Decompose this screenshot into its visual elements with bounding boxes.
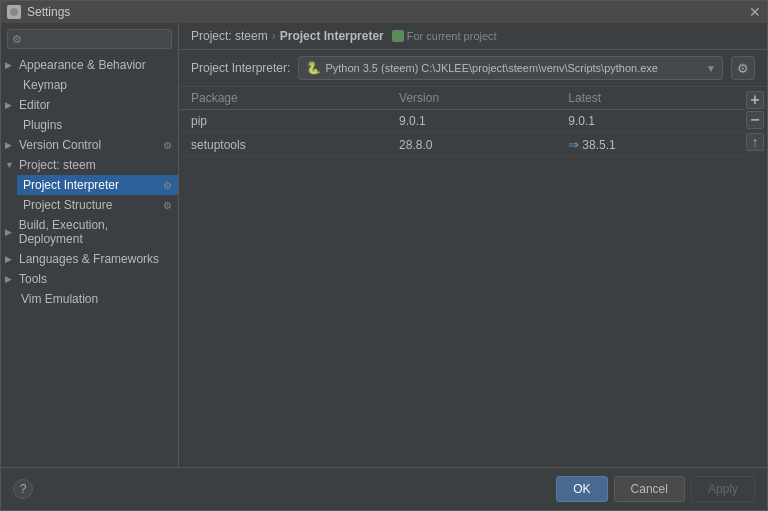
packages-table: Package Version Latest pip 9.0.1 9.0.1 bbox=[179, 87, 745, 467]
sidebar-item-tools[interactable]: Tools bbox=[1, 269, 178, 289]
breadcrumb-note-text: For current project bbox=[407, 30, 497, 42]
sidebar-item-label: Tools bbox=[19, 272, 47, 286]
sidebar-item-project-steem[interactable]: Project: steem bbox=[1, 155, 178, 175]
search-box[interactable]: ⚙ bbox=[7, 29, 172, 49]
chevron-icon bbox=[5, 274, 17, 284]
help-button[interactable]: ? bbox=[13, 479, 33, 499]
interpreter-settings-button[interactable]: ⚙ bbox=[731, 56, 755, 80]
sidebar-item-label: Plugins bbox=[23, 118, 62, 132]
sidebar-item-label: Project Structure bbox=[23, 198, 112, 212]
settings-icon: ⚙ bbox=[163, 180, 172, 191]
interpreter-path: Python 3.5 (steem) C:\JKLEE\project\stee… bbox=[325, 62, 702, 74]
main-content: Project: steem › Project Interpreter For… bbox=[179, 23, 767, 467]
package-version: 28.8.0 bbox=[387, 133, 556, 157]
package-name: pip bbox=[179, 110, 387, 133]
sidebar-item-label: Project: steem bbox=[19, 158, 96, 172]
search-input[interactable] bbox=[25, 32, 167, 46]
settings-icon: ⚙ bbox=[163, 140, 172, 151]
sidebar-item-label: Project Interpreter bbox=[23, 178, 119, 192]
settings-window: Settings ✕ ⚙ Appearance & Behavior Keyma… bbox=[0, 0, 768, 511]
svg-point-0 bbox=[10, 8, 18, 16]
col-package: Package bbox=[179, 87, 387, 110]
breadcrumb-current: Project Interpreter bbox=[280, 29, 384, 43]
settings-icon: ⚙ bbox=[163, 200, 172, 211]
breadcrumb-project: Project: steem bbox=[191, 29, 268, 43]
chevron-icon bbox=[5, 140, 17, 150]
interpreter-bar: Project Interpreter: 🐍 Python 3.5 (steem… bbox=[179, 50, 767, 87]
package-name: setuptools bbox=[179, 133, 387, 157]
package-version: 9.0.1 bbox=[387, 110, 556, 133]
sidebar-item-label: Version Control bbox=[19, 138, 101, 152]
sidebar-item-label: Editor bbox=[19, 98, 50, 112]
chevron-icon bbox=[5, 160, 17, 170]
sidebar-item-label: Languages & Frameworks bbox=[19, 252, 159, 266]
scope-icon bbox=[392, 30, 404, 42]
search-icon: ⚙ bbox=[12, 33, 22, 46]
cancel-button[interactable]: Cancel bbox=[614, 476, 685, 502]
package-latest: 9.0.1 bbox=[556, 110, 745, 133]
sidebar-item-label: Keymap bbox=[23, 78, 67, 92]
sidebar-item-editor[interactable]: Editor bbox=[1, 95, 178, 115]
footer: ? OK Cancel Apply bbox=[1, 467, 767, 510]
table-row[interactable]: pip 9.0.1 9.0.1 bbox=[179, 110, 745, 133]
title-bar: Settings ✕ bbox=[1, 1, 767, 23]
chevron-icon bbox=[5, 227, 17, 237]
package-latest: ⇒38.5.1 bbox=[556, 133, 745, 157]
sidebar-item-vim[interactable]: Vim Emulation bbox=[1, 289, 178, 309]
side-actions: + − ↑ bbox=[745, 87, 767, 467]
sidebar-item-project-structure[interactable]: Project Structure ⚙ bbox=[17, 195, 178, 215]
upgrade-icon: ⇒ bbox=[568, 137, 579, 152]
sidebar-item-languages[interactable]: Languages & Frameworks bbox=[1, 249, 178, 269]
table-row[interactable]: setuptools 28.8.0 ⇒38.5.1 bbox=[179, 133, 745, 157]
sidebar-item-keymap[interactable]: Keymap bbox=[17, 75, 178, 95]
sidebar-item-appearance[interactable]: Appearance & Behavior bbox=[1, 55, 178, 75]
sidebar-item-version-control[interactable]: Version Control ⚙ bbox=[1, 135, 178, 155]
ok-button[interactable]: OK bbox=[556, 476, 607, 502]
content-area: ⚙ Appearance & Behavior Keymap Editor bbox=[1, 23, 767, 467]
add-package-button[interactable]: + bbox=[746, 91, 764, 109]
sidebar-item-label: Build, Execution, Deployment bbox=[19, 218, 172, 246]
interpreter-label: Project Interpreter: bbox=[191, 61, 290, 75]
breadcrumb: Project: steem › Project Interpreter For… bbox=[179, 23, 767, 50]
breadcrumb-separator: › bbox=[272, 29, 276, 43]
breadcrumb-note: For current project bbox=[392, 30, 497, 42]
footer-buttons: OK Cancel Apply bbox=[556, 476, 755, 502]
sidebar-item-project-interpreter[interactable]: Project Interpreter ⚙ bbox=[17, 175, 178, 195]
remove-package-button[interactable]: − bbox=[746, 111, 764, 129]
sidebar-item-label: Vim Emulation bbox=[21, 292, 98, 306]
sidebar-item-build[interactable]: Build, Execution, Deployment bbox=[1, 215, 178, 249]
close-button[interactable]: ✕ bbox=[749, 4, 761, 20]
sidebar-item-plugins[interactable]: Plugins bbox=[17, 115, 178, 135]
window-icon bbox=[7, 5, 21, 19]
chevron-icon bbox=[5, 254, 17, 264]
sidebar-item-label: Appearance & Behavior bbox=[19, 58, 146, 72]
python-icon: 🐍 bbox=[305, 60, 321, 76]
packages-area: Package Version Latest pip 9.0.1 9.0.1 bbox=[179, 87, 767, 467]
chevron-icon bbox=[5, 60, 17, 70]
upgrade-package-button[interactable]: ↑ bbox=[746, 133, 764, 151]
apply-button[interactable]: Apply bbox=[691, 476, 755, 502]
col-version: Version bbox=[387, 87, 556, 110]
window-title: Settings bbox=[27, 5, 70, 19]
sidebar: ⚙ Appearance & Behavior Keymap Editor bbox=[1, 23, 179, 467]
col-latest: Latest bbox=[556, 87, 745, 110]
interpreter-dropdown[interactable]: 🐍 Python 3.5 (steem) C:\JKLEE\project\st… bbox=[298, 56, 723, 80]
dropdown-arrow-icon: ▼ bbox=[706, 63, 716, 74]
chevron-icon bbox=[5, 100, 17, 110]
